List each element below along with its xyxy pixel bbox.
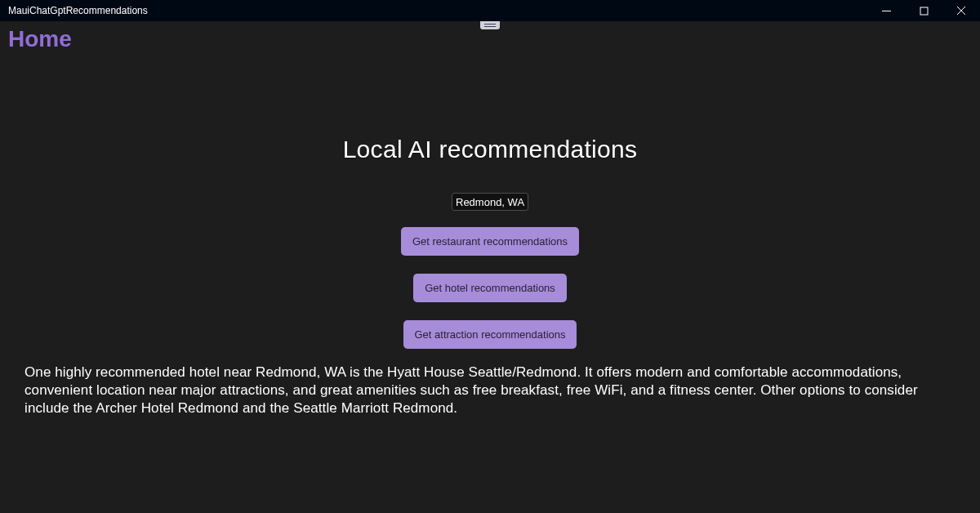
hamburger-icon [484, 24, 496, 27]
debug-toolbar-tab[interactable] [480, 21, 500, 29]
close-button[interactable] [942, 0, 980, 21]
page-title: Local AI recommendations [343, 136, 638, 163]
app-content: Home Local AI recommendations Get restau… [0, 21, 980, 513]
recommendation-output: One highly recommended hotel near Redmon… [0, 349, 980, 417]
minimize-button[interactable] [867, 0, 905, 21]
main-area: Local AI recommendations Get restaurant … [0, 52, 980, 417]
maximize-button[interactable] [905, 0, 942, 21]
get-hotel-button[interactable]: Get hotel recommendations [413, 274, 567, 302]
button-stack: Get restaurant recommendations Get hotel… [401, 227, 579, 349]
get-attraction-button[interactable]: Get attraction recommendations [403, 320, 577, 349]
window-title: MauiChatGptRecommendations [8, 5, 148, 16]
location-input[interactable] [452, 193, 528, 211]
svg-rect-1 [920, 7, 928, 15]
window-controls [867, 0, 980, 21]
maximize-icon [920, 7, 929, 16]
minimize-icon [882, 7, 891, 16]
get-restaurant-button[interactable]: Get restaurant recommendations [401, 227, 579, 256]
close-icon [956, 6, 966, 16]
window-titlebar: MauiChatGptRecommendations [0, 0, 980, 21]
